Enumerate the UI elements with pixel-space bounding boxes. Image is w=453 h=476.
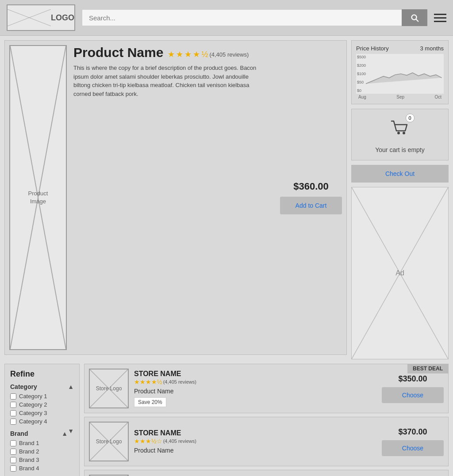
header: LOGO: [0, 0, 453, 36]
category-4-checkbox[interactable]: [10, 419, 16, 425]
brand-item-2: Brand 2: [10, 448, 74, 455]
category-item-3: Category 3: [10, 410, 74, 416]
ad-label: Ad: [395, 269, 404, 277]
cart-box: 0 Your cart is empty: [351, 109, 449, 160]
category-3-checkbox[interactable]: [10, 410, 16, 416]
main-wrapper: ProductImage Product Name ★ ★ ★ ★ ½ (4,4…: [0, 36, 453, 476]
search-input[interactable]: [82, 9, 402, 26]
search-bar: [82, 9, 427, 26]
choose-button-2[interactable]: Choose: [382, 440, 444, 456]
product-title: Product Name: [73, 45, 163, 60]
star-3: ★: [184, 50, 192, 59]
brand-label: Brand: [10, 430, 28, 437]
product-card-2: Store Logo STORE NAME ★★★½☆ (4,405 revie…: [84, 417, 449, 466]
reviews-count: (4,405 reviews): [209, 51, 249, 58]
category-label: Category: [10, 383, 37, 390]
card-price-col-2: $370.00 Choose: [382, 427, 444, 456]
logo-diag-icon: [8, 9, 51, 26]
search-icon: [410, 13, 419, 23]
brand-collapse-button[interactable]: ▲: [61, 430, 68, 437]
category-item-1: Category 1: [10, 393, 74, 400]
brand-header: Brand ▲: [10, 430, 68, 437]
sidebar-title: Refine: [10, 369, 74, 379]
cart-icon-wrap: 0: [388, 116, 412, 142]
store-logo-1: Store Logo: [89, 369, 129, 408]
store-info-2: STORE NAME ★★★½☆ (4,405 reviews) Product…: [134, 429, 376, 454]
logo-text: LOGO: [51, 13, 74, 23]
store-stars-2: ★★★½☆ (4,405 reviews): [134, 438, 196, 445]
header-logo[interactable]: LOGO: [7, 4, 75, 31]
chart-x-labels: Aug Sep Oct: [356, 95, 444, 99]
brand-scroll-down-button[interactable]: ▼: [68, 474, 74, 476]
brand-filter: Brand ▲ Brand 1 Brand 2 Brand 3 Brand 4 …: [10, 430, 74, 472]
brand-2-checkbox[interactable]: [10, 449, 16, 455]
card-price-col-1: $350.00 Choose: [382, 374, 444, 403]
hero-section: ProductImage Product Name ★ ★ ★ ★ ½ (4,4…: [4, 40, 449, 359]
star-4: ★: [193, 50, 200, 59]
right-panel: Price History 3 months $500 $200 $100 $5…: [351, 40, 449, 359]
chart-line-icon: [366, 54, 444, 94]
search-button[interactable]: [402, 9, 427, 26]
choose-button-1[interactable]: Choose: [382, 387, 444, 403]
ad-box: Ad: [351, 187, 449, 359]
product-info: Product Name ★ ★ ★ ★ ½ (4,405 reviews) T…: [73, 45, 273, 350]
store-logo-2: Store Logo: [89, 422, 129, 461]
brand-item-4: Brand 4: [10, 465, 74, 472]
product-list: BEST DEAL Store Logo STORE NAME ★★★★½ (4…: [84, 364, 449, 476]
checkout-button[interactable]: Check Out: [351, 165, 449, 183]
brand-3-checkbox[interactable]: [10, 457, 16, 463]
brand-4-checkbox[interactable]: [10, 465, 16, 472]
hamburger-menu[interactable]: [434, 14, 446, 22]
price-history-period: 3 months: [420, 45, 444, 52]
cart-badge: 0: [406, 114, 415, 122]
cart-empty-text: Your cart is empty: [375, 146, 425, 153]
hero-stars: ★ ★ ★ ★ ½ (4,405 reviews): [168, 50, 249, 59]
price-history-box: Price History 3 months $500 $200 $100 $5…: [351, 40, 449, 104]
star-half: ½: [201, 50, 208, 59]
category-item-2: Category 2: [10, 401, 74, 408]
store-stars-1: ★★★★½ (4,405 reviews): [134, 378, 196, 385]
hamburger-line-2: [434, 17, 446, 19]
product-image: ProductImage: [9, 45, 67, 350]
content-area: Refine Category ▲ Category 1 Category 2 …: [4, 364, 449, 476]
hamburger-line-1: [434, 14, 446, 15]
sidebar: Refine Category ▲ Category 1 Category 2 …: [4, 364, 80, 476]
star-1: ★: [168, 50, 175, 59]
product-card-1: BEST DEAL Store Logo STORE NAME ★★★★½ (4…: [84, 364, 449, 413]
brand-item-3: Brand 3: [10, 457, 74, 463]
brand-item-1: Brand 1: [10, 440, 74, 446]
category-1-checkbox[interactable]: [10, 393, 16, 400]
svg-line-0: [8, 9, 51, 26]
product-price: $360.00: [293, 181, 329, 192]
save-badge-1: Save 20%: [134, 397, 166, 407]
category-collapse-button[interactable]: ▲: [68, 383, 74, 390]
product-card-3: Store Logo STORE NAME ★★★½☆ (4,405 revie…: [84, 470, 449, 476]
svg-line-1: [8, 9, 51, 26]
product-image-label: ProductImage: [28, 190, 48, 206]
category-2-checkbox[interactable]: [10, 402, 16, 408]
add-to-cart-button[interactable]: Add to Cart: [280, 197, 342, 214]
price-history-title: Price History: [356, 45, 389, 52]
category-filter: Category ▲ Category 1 Category 2 Categor…: [10, 383, 74, 425]
store-info-1: STORE NAME ★★★★½ (4,405 reviews) Product…: [134, 370, 376, 407]
brand-1-checkbox[interactable]: [10, 440, 16, 446]
category-header: Category ▲: [10, 383, 74, 390]
chart-y-labels: $500 $200 $100 $50 $0: [356, 54, 367, 94]
hamburger-line-3: [434, 21, 446, 22]
price-chart: $500 $200 $100 $50 $0: [356, 54, 444, 94]
category-scroll-down-button[interactable]: ▼: [68, 427, 74, 434]
product-price-col: $360.00 Add to Cart: [280, 45, 342, 350]
star-2: ★: [176, 50, 183, 59]
category-item-4: Category 4: [10, 418, 74, 425]
svg-point-4: [397, 132, 400, 134]
best-deal-badge: BEST DEAL: [407, 364, 448, 373]
svg-point-5: [403, 132, 405, 134]
product-hero: ProductImage Product Name ★ ★ ★ ★ ½ (4,4…: [4, 40, 347, 355]
price-history-header: Price History 3 months: [356, 45, 444, 52]
product-description: This is where the copy for a brief descr…: [73, 64, 259, 98]
